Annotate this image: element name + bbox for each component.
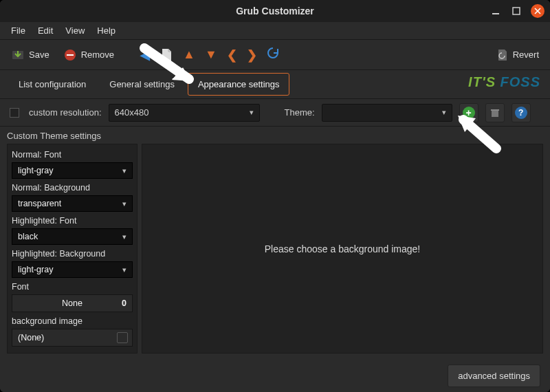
itsfoss-logo: IT'S FOSS xyxy=(468,74,540,90)
revert-label: Revert xyxy=(513,50,539,60)
font-field[interactable]: None 0 xyxy=(12,294,133,312)
revert-icon xyxy=(495,48,509,62)
menu-view[interactable]: View xyxy=(60,23,90,38)
nav-back-icon[interactable]: ◀ xyxy=(140,47,150,63)
trash-icon xyxy=(490,107,500,118)
tab-general-settings[interactable]: General settings xyxy=(99,73,185,96)
chevron-down-icon: ▾ xyxy=(122,232,126,241)
minimize-button[interactable] xyxy=(490,5,502,17)
image-thumb-icon xyxy=(117,332,128,343)
tab-list-configuration[interactable]: List configuration xyxy=(8,73,96,96)
bg-image-label: background image xyxy=(12,316,133,326)
preview-placeholder: Please choose a background image! xyxy=(265,243,420,254)
titlebar: Grub Customizer xyxy=(0,0,550,22)
move-up-icon[interactable]: ▲ xyxy=(183,47,195,62)
custom-theme-section-label: Custom Theme settings xyxy=(7,129,543,144)
theme-label: Theme: xyxy=(285,107,315,118)
window-title: Grub Customizer xyxy=(236,6,314,17)
add-theme-button[interactable]: + xyxy=(459,103,478,122)
move-down-icon[interactable]: ▼ xyxy=(205,47,217,62)
svg-rect-8 xyxy=(491,109,499,111)
chevron-down-icon: ▾ xyxy=(122,199,126,208)
prev-icon[interactable]: ❮ xyxy=(227,47,237,63)
save-button[interactable]: Save xyxy=(7,45,54,65)
preview-panel: Please choose a background image! xyxy=(142,144,543,353)
footer: advanced settings xyxy=(0,359,550,392)
svg-rect-1 xyxy=(513,8,520,14)
advanced-settings-button[interactable]: advanced settings xyxy=(448,364,540,387)
remove-theme-button[interactable] xyxy=(485,103,505,122)
help-icon: ? xyxy=(515,107,527,119)
hl-bg-combo[interactable]: light-gray▾ xyxy=(12,261,133,278)
tab-appearance-settings[interactable]: Appearance settings xyxy=(188,73,290,96)
chevron-down-icon: ▾ xyxy=(122,265,126,274)
font-label: Font xyxy=(12,282,133,292)
remove-label: Remove xyxy=(81,50,114,60)
chevron-down-icon: ▾ xyxy=(442,108,446,117)
chevron-down-icon: ▾ xyxy=(122,166,126,175)
remove-button[interactable]: Remove xyxy=(59,45,118,65)
normal-font-combo[interactable]: light-gray▾ xyxy=(12,162,133,179)
svg-rect-0 xyxy=(492,13,499,14)
theme-combo[interactable]: ▾ xyxy=(322,104,452,122)
plus-icon: + xyxy=(463,107,475,119)
help-button[interactable]: ? xyxy=(512,103,531,122)
menu-edit[interactable]: Edit xyxy=(32,23,58,38)
save-icon xyxy=(11,48,25,62)
remove-icon xyxy=(63,48,77,62)
revert-button[interactable]: Revert xyxy=(491,45,543,65)
tabs-row: List configuration General settings Appe… xyxy=(0,70,550,99)
custom-resolution-combo[interactable]: 640x480 ▾ xyxy=(109,104,260,122)
hl-font-combo[interactable]: black▾ xyxy=(12,228,133,245)
custom-resolution-label: custom resolution: xyxy=(29,107,102,118)
toolbar: Save Remove ◀ ▲ ▼ ❮ ❯ xyxy=(0,40,550,70)
font-size-value: 0 xyxy=(122,298,126,308)
next-icon[interactable]: ❯ xyxy=(247,47,257,63)
menu-file[interactable]: File xyxy=(6,23,31,38)
custom-resolution-checkbox[interactable] xyxy=(10,108,19,118)
refresh-icon[interactable] xyxy=(267,47,279,63)
hl-bg-label: Highlighted: Background xyxy=(12,249,133,259)
menubar: File Edit View Help xyxy=(0,22,550,40)
maximize-button[interactable] xyxy=(510,5,522,17)
menu-help[interactable]: Help xyxy=(91,23,121,38)
normal-bg-label: Normal: Background xyxy=(12,183,133,193)
custom-theme-sidebar: Normal: Font light-gray▾ Normal: Backgro… xyxy=(7,144,138,353)
hl-font-label: Highlighted: Font xyxy=(12,216,133,226)
svg-rect-7 xyxy=(492,111,498,117)
chevron-down-icon: ▾ xyxy=(250,108,254,117)
save-label: Save xyxy=(29,50,50,60)
normal-font-label: Normal: Font xyxy=(12,150,133,160)
custom-resolution-value: 640x480 xyxy=(115,107,149,118)
close-button[interactable] xyxy=(531,4,544,18)
settings-row: custom resolution: 640x480 ▾ Theme: ▾ + … xyxy=(0,99,550,127)
normal-bg-combo[interactable]: transparent▾ xyxy=(12,195,133,212)
svg-rect-6 xyxy=(67,54,74,56)
new-doc-icon[interactable] xyxy=(160,48,173,62)
bg-image-field[interactable]: (None) xyxy=(12,329,133,347)
